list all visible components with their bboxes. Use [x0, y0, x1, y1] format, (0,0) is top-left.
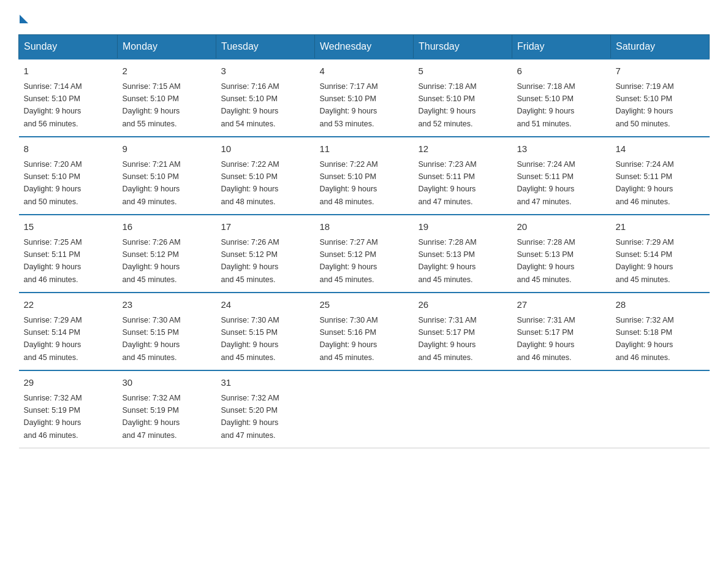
calendar-cell — [414, 370, 512, 448]
day-number: 22 — [24, 298, 113, 312]
calendar-week-1: 1Sunrise: 7:14 AMSunset: 5:10 PMDaylight… — [19, 59, 710, 137]
day-info: Sunrise: 7:20 AMSunset: 5:10 PMDaylight:… — [24, 160, 82, 206]
weekday-header-sunday: Sunday — [19, 35, 118, 59]
day-number: 30 — [123, 376, 211, 390]
page-header — [18, 12, 710, 22]
calendar-cell: 1Sunrise: 7:14 AMSunset: 5:10 PMDaylight… — [19, 59, 118, 137]
calendar-cell — [611, 370, 710, 448]
weekday-header-tuesday: Tuesday — [216, 35, 315, 59]
day-number: 5 — [419, 64, 507, 79]
day-info: Sunrise: 7:18 AMSunset: 5:10 PMDaylight:… — [419, 82, 477, 128]
day-number: 17 — [221, 220, 310, 234]
calendar-cell: 19Sunrise: 7:28 AMSunset: 5:13 PMDayligh… — [414, 215, 512, 293]
calendar-header: SundayMondayTuesdayWednesdayThursdayFrid… — [19, 35, 710, 59]
calendar-cell: 20Sunrise: 7:28 AMSunset: 5:13 PMDayligh… — [512, 215, 611, 293]
day-info: Sunrise: 7:19 AMSunset: 5:10 PMDaylight:… — [616, 82, 674, 128]
day-number: 25 — [320, 298, 409, 312]
day-number: 7 — [616, 64, 705, 79]
calendar-cell: 17Sunrise: 7:26 AMSunset: 5:12 PMDayligh… — [216, 215, 315, 293]
day-info: Sunrise: 7:18 AMSunset: 5:10 PMDaylight:… — [517, 82, 575, 128]
calendar-cell: 31Sunrise: 7:32 AMSunset: 5:20 PMDayligh… — [216, 370, 315, 448]
weekday-header-saturday: Saturday — [611, 35, 710, 59]
day-info: Sunrise: 7:27 AMSunset: 5:12 PMDaylight:… — [320, 238, 378, 284]
calendar-cell: 18Sunrise: 7:27 AMSunset: 5:12 PMDayligh… — [315, 215, 414, 293]
calendar-cell: 9Sunrise: 7:21 AMSunset: 5:10 PMDaylight… — [118, 137, 216, 215]
day-info: Sunrise: 7:26 AMSunset: 5:12 PMDaylight:… — [221, 238, 279, 284]
day-number: 11 — [320, 142, 409, 156]
calendar-cell: 12Sunrise: 7:23 AMSunset: 5:11 PMDayligh… — [414, 137, 512, 215]
day-info: Sunrise: 7:30 AMSunset: 5:15 PMDaylight:… — [221, 316, 279, 362]
calendar-cell — [315, 370, 414, 448]
day-info: Sunrise: 7:31 AMSunset: 5:17 PMDaylight:… — [419, 316, 477, 362]
calendar-cell: 14Sunrise: 7:24 AMSunset: 5:11 PMDayligh… — [611, 137, 710, 215]
calendar-cell: 21Sunrise: 7:29 AMSunset: 5:14 PMDayligh… — [611, 215, 710, 293]
day-info: Sunrise: 7:32 AMSunset: 5:19 PMDaylight:… — [123, 394, 181, 440]
day-info: Sunrise: 7:32 AMSunset: 5:18 PMDaylight:… — [616, 316, 674, 362]
day-number: 14 — [616, 142, 705, 156]
day-info: Sunrise: 7:26 AMSunset: 5:12 PMDaylight:… — [123, 238, 181, 284]
calendar-cell: 24Sunrise: 7:30 AMSunset: 5:15 PMDayligh… — [216, 293, 315, 370]
calendar-cell: 10Sunrise: 7:22 AMSunset: 5:10 PMDayligh… — [216, 137, 315, 215]
day-number: 31 — [221, 376, 310, 390]
day-info: Sunrise: 7:31 AMSunset: 5:17 PMDaylight:… — [517, 316, 575, 362]
calendar-week-2: 8Sunrise: 7:20 AMSunset: 5:10 PMDaylight… — [19, 137, 710, 215]
weekday-header-wednesday: Wednesday — [315, 35, 414, 59]
day-info: Sunrise: 7:32 AMSunset: 5:20 PMDaylight:… — [221, 394, 279, 440]
day-number: 19 — [419, 220, 507, 234]
calendar-cell: 2Sunrise: 7:15 AMSunset: 5:10 PMDaylight… — [118, 59, 216, 137]
logo-top — [18, 12, 28, 23]
day-info: Sunrise: 7:30 AMSunset: 5:16 PMDaylight:… — [320, 316, 378, 362]
calendar-body: 1Sunrise: 7:14 AMSunset: 5:10 PMDaylight… — [19, 59, 710, 448]
calendar-table: SundayMondayTuesdayWednesdayThursdayFrid… — [18, 34, 710, 448]
day-number: 12 — [419, 142, 507, 156]
day-number: 23 — [123, 298, 211, 312]
day-number: 21 — [616, 220, 705, 234]
day-info: Sunrise: 7:28 AMSunset: 5:13 PMDaylight:… — [419, 238, 477, 284]
calendar-cell: 8Sunrise: 7:20 AMSunset: 5:10 PMDaylight… — [19, 137, 118, 215]
calendar-week-4: 22Sunrise: 7:29 AMSunset: 5:14 PMDayligh… — [19, 293, 710, 370]
calendar-cell: 28Sunrise: 7:32 AMSunset: 5:18 PMDayligh… — [611, 293, 710, 370]
calendar-cell: 5Sunrise: 7:18 AMSunset: 5:10 PMDaylight… — [414, 59, 512, 137]
day-info: Sunrise: 7:16 AMSunset: 5:10 PMDaylight:… — [221, 82, 279, 128]
calendar-cell: 22Sunrise: 7:29 AMSunset: 5:14 PMDayligh… — [19, 293, 118, 370]
weekday-header-thursday: Thursday — [414, 35, 512, 59]
day-number: 27 — [517, 298, 606, 312]
day-number: 24 — [221, 298, 310, 312]
day-number: 2 — [123, 64, 211, 79]
day-number: 13 — [517, 142, 606, 156]
day-info: Sunrise: 7:15 AMSunset: 5:10 PMDaylight:… — [123, 82, 181, 128]
calendar-cell: 15Sunrise: 7:25 AMSunset: 5:11 PMDayligh… — [19, 215, 118, 293]
calendar-cell: 16Sunrise: 7:26 AMSunset: 5:12 PMDayligh… — [118, 215, 216, 293]
calendar-cell: 7Sunrise: 7:19 AMSunset: 5:10 PMDaylight… — [611, 59, 710, 137]
day-number: 6 — [517, 64, 606, 79]
day-info: Sunrise: 7:25 AMSunset: 5:11 PMDaylight:… — [24, 238, 82, 284]
calendar-week-3: 15Sunrise: 7:25 AMSunset: 5:11 PMDayligh… — [19, 215, 710, 293]
day-info: Sunrise: 7:14 AMSunset: 5:10 PMDaylight:… — [24, 82, 82, 128]
day-number: 15 — [24, 220, 113, 234]
calendar-cell: 3Sunrise: 7:16 AMSunset: 5:10 PMDaylight… — [216, 59, 315, 137]
calendar-week-5: 29Sunrise: 7:32 AMSunset: 5:19 PMDayligh… — [19, 370, 710, 448]
day-info: Sunrise: 7:21 AMSunset: 5:10 PMDaylight:… — [123, 160, 181, 206]
day-info: Sunrise: 7:28 AMSunset: 5:13 PMDaylight:… — [517, 238, 575, 284]
day-info: Sunrise: 7:24 AMSunset: 5:11 PMDaylight:… — [616, 160, 674, 206]
weekday-header-row: SundayMondayTuesdayWednesdayThursdayFrid… — [19, 35, 710, 59]
day-info: Sunrise: 7:22 AMSunset: 5:10 PMDaylight:… — [221, 160, 279, 206]
day-number: 1 — [24, 64, 113, 79]
day-number: 3 — [221, 64, 310, 79]
calendar-cell — [512, 370, 611, 448]
day-info: Sunrise: 7:32 AMSunset: 5:19 PMDaylight:… — [24, 394, 82, 440]
calendar-cell: 25Sunrise: 7:30 AMSunset: 5:16 PMDayligh… — [315, 293, 414, 370]
day-number: 8 — [24, 142, 113, 156]
calendar-cell: 4Sunrise: 7:17 AMSunset: 5:10 PMDaylight… — [315, 59, 414, 137]
calendar-cell: 11Sunrise: 7:22 AMSunset: 5:10 PMDayligh… — [315, 137, 414, 215]
day-number: 28 — [616, 298, 705, 312]
day-number: 18 — [320, 220, 409, 234]
weekday-header-friday: Friday — [512, 35, 611, 59]
day-info: Sunrise: 7:22 AMSunset: 5:10 PMDaylight:… — [320, 160, 378, 206]
day-info: Sunrise: 7:23 AMSunset: 5:11 PMDaylight:… — [419, 160, 477, 206]
day-number: 4 — [320, 64, 409, 79]
weekday-header-monday: Monday — [118, 35, 216, 59]
day-info: Sunrise: 7:24 AMSunset: 5:11 PMDaylight:… — [517, 160, 575, 206]
calendar-cell: 6Sunrise: 7:18 AMSunset: 5:10 PMDaylight… — [512, 59, 611, 137]
logo-arrow-icon — [20, 15, 28, 23]
